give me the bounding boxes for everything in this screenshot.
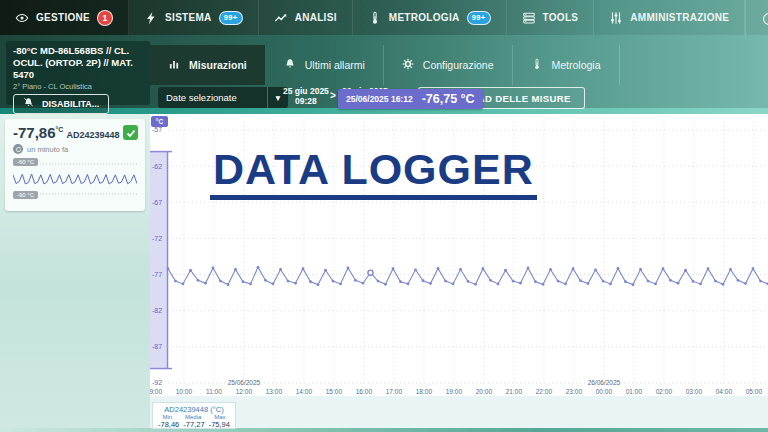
sensor-last-update: un minuto fa [27, 145, 68, 154]
data-point [362, 282, 365, 285]
nav-item-amministrazione[interactable]: AMMINISTRAZIONE [594, 0, 745, 35]
nav-badge-metrologia: 99+ [467, 11, 491, 25]
data-point [654, 283, 657, 286]
nav-item-sistema[interactable]: SISTEMA99+ [129, 0, 259, 35]
data-point [414, 268, 417, 271]
data-point [744, 282, 747, 285]
data-point [377, 280, 380, 283]
server-icon [522, 11, 536, 25]
data-point [624, 280, 627, 283]
data-point [347, 267, 350, 270]
data-point [422, 279, 425, 282]
date-range-select[interactable]: Date selezionate ▾ [158, 87, 288, 108]
data-point [564, 283, 567, 286]
hovered-data-point[interactable] [368, 270, 373, 275]
data-point [399, 280, 402, 283]
page-title-overlay: DATA LOGGER [210, 148, 537, 200]
x-tick-label: 09:00 [150, 388, 162, 395]
thermometer-icon [368, 11, 382, 25]
data-point [219, 280, 222, 283]
stats-sensor-label: AD24239448 (°C) [153, 405, 235, 414]
stat-min-value: -78,46 [158, 420, 179, 429]
x-tick-label: 05:00 [746, 388, 763, 395]
gear-icon [402, 58, 416, 72]
data-point [437, 267, 440, 270]
limit-low-badge: -90 °C [13, 191, 38, 199]
data-point [302, 267, 305, 270]
nav-item-metrologia[interactable]: METROLOGIA99+ [353, 0, 507, 35]
x-tick-label: 22:00 [536, 388, 553, 395]
clock-button[interactable] [745, 0, 768, 35]
tab-label: Ultimi allarmi [305, 59, 365, 71]
data-point [549, 268, 552, 271]
disable-alarms-button[interactable]: DISABILITA... [13, 94, 109, 114]
thermometer-icon [531, 58, 545, 72]
data-point [309, 280, 312, 283]
nav-item-label: GESTIONE [36, 12, 90, 23]
x-tick-label: 01:00 [626, 388, 643, 395]
x-tick-label: 03:00 [686, 388, 703, 395]
tab-metrologia[interactable]: Metrologia [513, 45, 620, 85]
data-point [317, 283, 320, 286]
sensor-checkbox[interactable] [123, 125, 138, 140]
data-point [632, 283, 635, 286]
data-point [519, 282, 522, 285]
data-point [557, 280, 560, 283]
nav-item-label: SISTEMA [165, 12, 212, 23]
data-point [617, 267, 620, 270]
data-point [714, 280, 717, 283]
x-tick-label: 11:00 [206, 388, 222, 395]
device-title-line2: OCUL. (ORTOP. 2P) // MAT. 5470 [13, 57, 143, 81]
data-point [759, 280, 762, 283]
sensor-sparkline: -60 °C -90 °C [13, 158, 137, 204]
sensor-id: AD24239448 [66, 130, 119, 140]
nav-item-analisi[interactable]: ANALISI [259, 0, 353, 35]
x-tick-label: 23:00 [566, 388, 583, 395]
data-point [677, 282, 680, 285]
tab-configurazione[interactable]: Configurazione [384, 45, 513, 85]
y-tick-label: -72 [152, 235, 162, 242]
data-point [257, 266, 260, 269]
data-point [279, 268, 282, 271]
tab-misurazioni[interactable]: Misurazioni [150, 45, 266, 85]
data-point [602, 280, 605, 283]
section-tabs: MisurazioniUltimi allarmiConfigurazioneM… [150, 45, 620, 85]
data-point [639, 268, 642, 271]
data-point [354, 279, 357, 282]
data-point [467, 280, 470, 283]
tab-ultimi-allarmi[interactable]: Ultimi allarmi [266, 45, 384, 85]
data-point [512, 280, 515, 283]
data-point [572, 267, 575, 270]
data-point [407, 283, 410, 286]
data-point [264, 279, 267, 282]
alarm-range-band[interactable] [150, 152, 167, 369]
nav-item-label: AMMINISTRAZIONE [630, 12, 729, 23]
sensor-current-value: -77,86 [13, 124, 56, 141]
data-point [662, 267, 665, 270]
tab-label: Misurazioni [189, 59, 247, 71]
sensor-card[interactable]: -77,86°CAD24239448 un minuto fa -60 °C -… [5, 119, 145, 211]
data-point [429, 282, 432, 285]
data-point [189, 269, 192, 272]
tab-label: Configurazione [423, 59, 494, 71]
x-tick-label: 20:00 [476, 388, 493, 395]
data-point [182, 283, 185, 286]
data-point [444, 280, 447, 283]
y-tick-label: -57 [152, 126, 162, 133]
device-location: 2° Piano - CL Oculistica [13, 82, 143, 91]
data-point [384, 283, 387, 286]
data-point [474, 283, 477, 286]
data-point [249, 283, 252, 286]
nav-item-tools[interactable]: TOOLS [507, 0, 595, 35]
data-point [489, 279, 492, 282]
x-tick-label: 17:00 [386, 388, 403, 395]
stat-media-value: -77,27 [183, 420, 204, 429]
nav-item-gestione[interactable]: GESTIONE1 [0, 0, 129, 35]
data-point [212, 267, 215, 270]
x-tick-label: 16:00 [356, 388, 373, 395]
data-point [527, 267, 530, 270]
data-point [287, 280, 290, 283]
x-date-label: 26/06/2025 [588, 379, 621, 386]
data-point [174, 280, 177, 283]
device-title-line1: -80°C MD-86L568BS // CL. [13, 45, 143, 57]
